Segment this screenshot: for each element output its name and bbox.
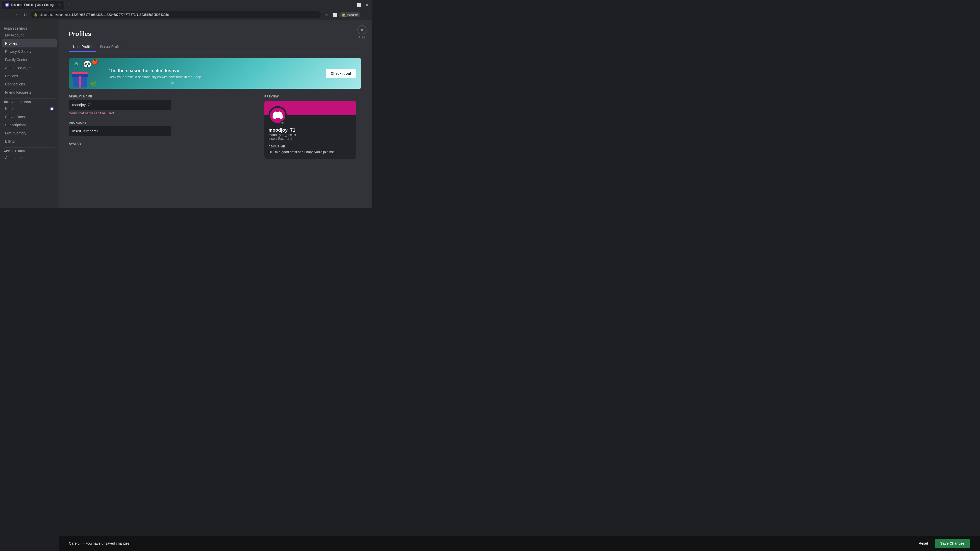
sidebar-label-subscriptions: Subscriptions — [5, 123, 27, 127]
sidebar-label-appearance: Appearance — [5, 156, 24, 160]
sidebar-label-family-center: Family Center — [5, 58, 27, 62]
sidebar-label-devices: Devices — [5, 74, 18, 78]
tab-bar: Discord | Profiles | User Settings × + —… — [0, 0, 372, 10]
online-status-dot — [281, 121, 284, 124]
avatar-label: AVATAR — [69, 142, 256, 145]
url-lock-icon: 🔒 — [34, 13, 38, 17]
esc-label: ESC — [359, 35, 365, 38]
preview-card: moodjoy_71 moodjoy71_03619 Insert Text h… — [264, 101, 356, 159]
sidebar-item-billing[interactable]: Billing — [2, 137, 57, 145]
display-name-label: DISPLAY NAME — [69, 95, 256, 98]
user-settings-section-label: USER SETTINGS — [2, 27, 57, 31]
sidebar-label-server-boost: Server Boost — [5, 115, 26, 119]
sidebar-label-nitro: Nitro — [5, 106, 13, 111]
sidebar-item-friend-requests[interactable]: Friend Requests — [2, 88, 57, 97]
pronouns-label: PRONOUNS — [69, 121, 256, 124]
address-bar: ← → ↻ 🔒 discord.com/channels/11823468517… — [0, 10, 372, 20]
app-settings-section-label: APP SETTINGS — [2, 150, 57, 154]
sidebar-item-gift-inventory[interactable]: Gift Inventory — [2, 129, 57, 137]
sidebar-item-authorized-apps[interactable]: Authorized Apps — [2, 64, 57, 72]
preview-avatar — [269, 106, 287, 124]
minimize-btn[interactable]: — — [348, 2, 354, 8]
nitro-badge: ⬤ — [50, 107, 54, 110]
promo-banner: ❄ ❄ 🐼 🍎 🌿 'Tis the season for feelin' — [69, 58, 361, 89]
preview-col: PREVIEW moodjoy_71 — [264, 95, 361, 159]
snowflake-icon-2: ❄ — [171, 81, 174, 85]
sidebar-item-appearance[interactable]: Appearance — [2, 154, 57, 162]
sidebar-label-connections: Connections — [5, 82, 25, 86]
display-name-input[interactable] — [69, 100, 171, 110]
bookmark-btn[interactable]: ☆ — [323, 11, 330, 18]
more-btn[interactable]: ⋮ — [361, 11, 369, 18]
url-text: discord.com/channels/1182346851781984336… — [40, 13, 169, 17]
preview-pronouns: Insert Text here! — [269, 137, 352, 141]
incognito-badge: 🕵 Incognito — [339, 12, 360, 17]
maximize-btn[interactable]: ⬜ — [356, 2, 362, 8]
promo-illustration: 🐼 🍎 🌿 — [69, 58, 105, 89]
tab-title: Discord | Profiles | User Settings — [11, 3, 55, 6]
page-title: Profiles — [69, 30, 361, 38]
main-content: ✕ ESC Profiles User Profile Server Profi… — [59, 20, 372, 208]
promo-title: 'Tis the season for feelin' festive! — [109, 68, 321, 73]
sidebar-item-server-boost[interactable]: Server Boost — [2, 113, 57, 121]
tab-user-profile[interactable]: User Profile — [69, 43, 96, 52]
billing-settings-section-label: BILLING SETTINGS — [2, 101, 57, 105]
profile-form-area: DISPLAY NAME Sorry, that name can't be u… — [69, 95, 361, 159]
sidebar-divider-1 — [4, 98, 55, 99]
preview-about-me-text: Hi, I'm a good artist and I hope you'd j… — [269, 149, 352, 155]
close-window-btn[interactable]: ✕ — [364, 2, 369, 8]
sidebar-item-family-center[interactable]: Family Center — [2, 56, 57, 64]
preview-label: PREVIEW — [264, 95, 361, 98]
reload-btn[interactable]: ↻ — [21, 11, 29, 18]
promo-text: 'Tis the season for feelin' festive! Dec… — [105, 68, 326, 79]
sidebar-item-connections[interactable]: Connections — [2, 80, 57, 88]
sidebar-item-nitro[interactable]: Nitro ⬤ — [2, 105, 57, 113]
promo-subtitle: Deck your profile in seasonal styles wit… — [109, 75, 321, 79]
sidebar-label-my-account: My Account — [5, 33, 24, 37]
sidebar-label-billing: Billing — [5, 139, 14, 143]
app-container: USER SETTINGS My Account Profiles Privac… — [0, 20, 372, 208]
promo-cta-button[interactable]: Check it out — [326, 69, 356, 78]
esc-button[interactable]: ✕ ESC — [357, 25, 366, 38]
profile-tabs: User Profile Server Profiles — [69, 43, 361, 52]
promo-char-3: 🌿 — [91, 81, 96, 87]
sidebar-label-privacy-safety: Privacy & Safety — [5, 49, 32, 54]
form-left-col: DISPLAY NAME Sorry, that name can't be u… — [69, 95, 256, 159]
active-tab[interactable]: Discord | Profiles | User Settings × — [2, 1, 64, 9]
tab-server-profiles[interactable]: Server Profiles — [96, 43, 127, 52]
url-bar[interactable]: 🔒 discord.com/channels/11823468517819843… — [30, 11, 321, 18]
sidebar-label-profiles: Profiles — [5, 41, 17, 45]
tab-favicon — [5, 3, 9, 7]
sidebar-item-privacy-safety[interactable]: Privacy & Safety — [2, 48, 57, 56]
sidebar-item-my-account[interactable]: My Account — [2, 31, 57, 39]
promo-char-2: 🍎 — [92, 59, 98, 65]
forward-btn[interactable]: → — [12, 11, 19, 18]
sidebar-label-friend-requests: Friend Requests — [5, 90, 32, 94]
pronouns-section: PRONOUNS — [69, 121, 256, 136]
cast-btn[interactable]: ⬜ — [331, 11, 339, 18]
preview-about-me-label: ABOUT ME — [269, 145, 352, 148]
preview-divider — [269, 143, 352, 143]
incognito-label: Incognito — [347, 13, 358, 16]
display-name-section: DISPLAY NAME Sorry, that name can't be u… — [69, 95, 256, 115]
sidebar: USER SETTINGS My Account Profiles Privac… — [0, 20, 59, 208]
new-tab-button[interactable]: + — [65, 1, 73, 8]
avatar-section: AVATAR — [69, 142, 256, 145]
promo-char-1: 🐼 — [83, 59, 92, 68]
discord-logo-icon — [272, 110, 283, 121]
address-bar-actions: ☆ ⬜ 🕵 Incognito ⋮ — [323, 11, 369, 18]
esc-circle-icon: ✕ — [357, 25, 366, 35]
display-name-error: Sorry, that name can't be used — [69, 111, 256, 115]
tab-close-btn[interactable]: × — [57, 3, 61, 7]
sidebar-item-profiles[interactable]: Profiles — [2, 39, 57, 48]
preview-avatar-area — [264, 115, 356, 134]
back-btn[interactable]: ← — [3, 11, 10, 18]
sidebar-item-devices[interactable]: Devices — [2, 72, 57, 80]
browser-chrome: Discord | Profiles | User Settings × + —… — [0, 0, 372, 20]
sidebar-item-subscriptions[interactable]: Subscriptions — [2, 121, 57, 129]
sidebar-label-authorized-apps: Authorized Apps — [5, 66, 31, 70]
pronouns-input[interactable] — [69, 126, 171, 136]
sidebar-label-gift-inventory: Gift Inventory — [5, 131, 26, 135]
